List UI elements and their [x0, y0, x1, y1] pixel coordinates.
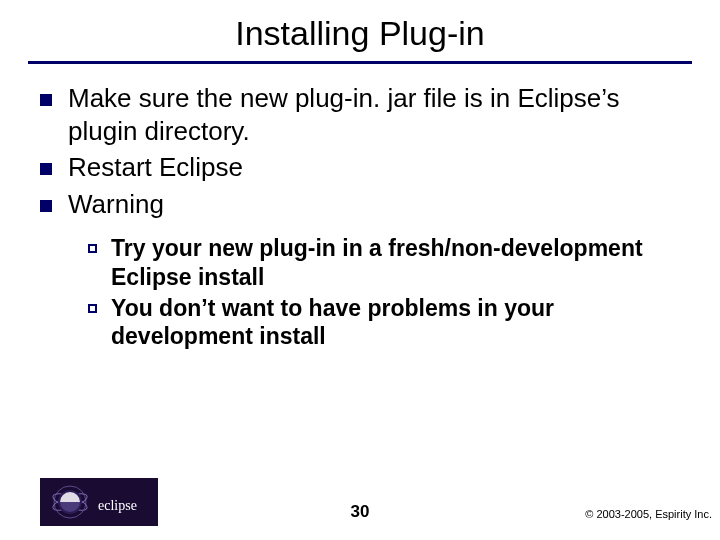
bullet-text: Warning — [68, 188, 164, 221]
footer: eclipse 30 © 2003-2005, Espirity Inc. — [0, 470, 720, 526]
title-area: Installing Plug-in — [0, 0, 720, 61]
bullet-item: Restart Eclipse — [40, 151, 680, 184]
eclipse-logo: eclipse — [40, 478, 158, 526]
square-bullet-icon — [40, 163, 52, 175]
slide-title: Installing Plug-in — [0, 14, 720, 53]
sub-bullet-item: You don’t want to have problems in your … — [88, 294, 680, 352]
bullet-text: Restart Eclipse — [68, 151, 243, 184]
hollow-square-bullet-icon — [88, 244, 97, 253]
sub-bullet-text: Try your new plug-in in a fresh/non-deve… — [111, 234, 680, 292]
svg-text:eclipse: eclipse — [98, 498, 137, 513]
sub-bullet-list: Try your new plug-in in a fresh/non-deve… — [88, 234, 680, 351]
content-area: Make sure the new plug-in. jar file is i… — [0, 64, 720, 351]
square-bullet-icon — [40, 200, 52, 212]
page-number: 30 — [351, 502, 370, 522]
bullet-item: Warning — [40, 188, 680, 221]
bullet-item: Make sure the new plug-in. jar file is i… — [40, 82, 680, 147]
copyright-text: © 2003-2005, Espirity Inc. — [585, 508, 712, 520]
hollow-square-bullet-icon — [88, 304, 97, 313]
sub-bullet-text: You don’t want to have problems in your … — [111, 294, 680, 352]
bullet-list: Make sure the new plug-in. jar file is i… — [40, 82, 680, 220]
sub-bullet-item: Try your new plug-in in a fresh/non-deve… — [88, 234, 680, 292]
bullet-text: Make sure the new plug-in. jar file is i… — [68, 82, 680, 147]
square-bullet-icon — [40, 94, 52, 106]
